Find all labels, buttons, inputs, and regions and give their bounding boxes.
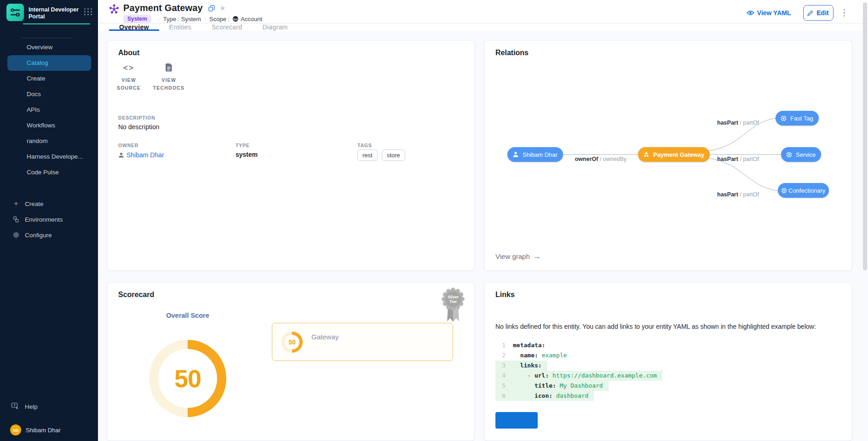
scope-value: Account	[241, 16, 262, 23]
code-line: 2 name: example	[495, 350, 662, 361]
portal-logo-icon	[6, 4, 24, 21]
help-chat-icon: ?	[11, 402, 20, 411]
vertical-scrollbar-thumb[interactable]	[863, 2, 867, 270]
code-line-highlighted: 3 links:	[495, 361, 662, 371]
tab-overview[interactable]: Overview	[109, 23, 159, 31]
code-line-highlighted: 5 title: My Dashboard	[495, 381, 662, 391]
relations-card: Relations ownerOf / ownedBy hasPart / pa…	[484, 40, 852, 271]
graph-node-fast-tag[interactable]: Fast Tag	[776, 111, 819, 126]
sidebar-action-create[interactable]: + Create	[0, 196, 98, 212]
sidebar-item-create[interactable]: Create	[7, 71, 91, 86]
pencil-icon	[807, 10, 813, 16]
app-root: Internal Developer Portal Overview Catal…	[0, 0, 868, 441]
edge-label-haspart-1: hasPart / partOf	[717, 120, 759, 126]
chip-icon	[781, 188, 787, 194]
code-line-highlighted: 4 - url: https://dashboard.example.com	[495, 371, 662, 381]
graph-node-owner[interactable]: Shibam Dhar	[507, 147, 563, 162]
page-title: Payment Gateway	[123, 3, 203, 13]
links-empty-text: No links defined for this entity. You ca…	[495, 323, 843, 330]
links-card: Links No links defined for this entity. …	[484, 282, 852, 441]
type-value: system	[236, 151, 258, 158]
sidebar-item-random[interactable]: random	[7, 133, 91, 149]
svg-text:?: ?	[13, 403, 16, 407]
sidebar-item-catalog[interactable]: Catalog	[7, 55, 91, 71]
graph-node-service[interactable]: Service	[781, 147, 821, 162]
header-actions: View YAML Edit	[747, 3, 848, 23]
tab-scorecard[interactable]: Scorecard	[201, 23, 253, 31]
code-icon: <>	[114, 62, 144, 73]
chip-icon	[781, 115, 787, 121]
copy-icon[interactable]	[208, 5, 215, 11]
view-graph-link[interactable]: View graph →	[495, 252, 541, 260]
help-button[interactable]: ? Help	[0, 399, 98, 414]
entity-header: Payment Gateway ★ System · Type : System…	[98, 0, 868, 23]
sidebar-item-harness-developer[interactable]: Harness Develope...	[7, 149, 91, 165]
edge-label-haspart-3: hasPart / partOf	[717, 191, 759, 198]
chip-icon	[786, 152, 792, 158]
graph-node-confectionary[interactable]: Confectionary	[778, 183, 829, 198]
overview-content: About <> VIEW SOURCE VIEW TECHDOCS	[98, 31, 868, 441]
person-icon	[118, 152, 124, 158]
account-scope-icon	[232, 16, 239, 22]
svg-text:Tier: Tier	[449, 299, 457, 304]
favorite-star-icon[interactable]: ★	[219, 5, 226, 12]
scorecard-gateway-card[interactable]: 50 Gateway	[272, 323, 453, 361]
scope-meta: Scope :	[209, 16, 230, 23]
svg-text:Silver: Silver	[448, 295, 459, 299]
sidebar: Internal Developer Portal Overview Catal…	[0, 0, 98, 441]
avatar: SD	[10, 424, 21, 435]
overall-score-value: 50	[174, 364, 201, 393]
sidebar-item-code-pulse[interactable]: Code Pulse	[7, 165, 91, 180]
view-yaml-button[interactable]: View YAML	[747, 9, 791, 17]
kind-badge: System	[123, 15, 151, 23]
tab-diagram[interactable]: Diagram	[253, 23, 298, 31]
description-value: No description	[118, 123, 160, 131]
overall-score-donut: 50	[149, 340, 226, 417]
view-source-button[interactable]: <> VIEW SOURCE	[114, 62, 144, 92]
edit-button[interactable]: Edit	[803, 5, 834, 21]
scorecard-heading: Scorecard	[118, 291, 154, 299]
tags-label: TAGS	[357, 143, 372, 148]
tag-chip[interactable]: rest	[357, 149, 378, 161]
entity-tabs: Overview Entities Scorecard Diagram	[98, 23, 868, 31]
gateway-score-name: Gateway	[311, 333, 339, 341]
code-line-highlighted: 6 icon: dashboard	[495, 391, 662, 401]
apps-grid-icon[interactable]	[84, 8, 92, 15]
system-entity-icon	[109, 4, 119, 23]
sidebar-item-workflows[interactable]: Workflows	[7, 118, 91, 133]
sidebar-action-environments[interactable]: Environments	[0, 212, 98, 227]
gateway-score-value: 50	[288, 338, 296, 346]
more-options-icon[interactable]	[841, 6, 848, 20]
user-name: Shibam Dhar	[26, 427, 61, 434]
system-shapes-icon	[643, 151, 650, 158]
gateway-score-donut: 50	[282, 332, 303, 353]
person-icon	[512, 151, 519, 158]
brand-divider	[23, 23, 90, 24]
portal-title: Internal Developer Portal	[29, 6, 79, 20]
overall-score-label: Overall Score	[149, 312, 226, 319]
about-card: About <> VIEW SOURCE VIEW TECHDOCS	[107, 40, 475, 271]
tab-entities[interactable]: Entities	[159, 23, 201, 31]
main-area: Payment Gateway ★ System · Type : System…	[98, 0, 868, 441]
gear-icon	[12, 231, 20, 239]
view-techdocs-button[interactable]: VIEW TECHDOCS	[148, 62, 190, 92]
tags-row: rest store	[357, 149, 405, 161]
scorecard-card: Scorecard Overall Score 50 50 Gateway	[107, 282, 475, 441]
entity-meta: System · Type : System · Scope : Account	[123, 15, 262, 23]
type-label: TYPE	[236, 143, 250, 148]
owner-label: OWNER	[118, 143, 138, 148]
arrow-right-icon: →	[533, 252, 541, 260]
sidebar-action-configure[interactable]: Configure	[0, 227, 98, 243]
user-menu[interactable]: SD Shibam Dhar	[0, 422, 98, 438]
sidebar-item-apis[interactable]: APIs	[7, 102, 91, 118]
tag-chip[interactable]: store	[382, 149, 405, 161]
title-block: Payment Gateway ★ System · Type : System…	[123, 3, 262, 23]
graph-node-payment-gateway[interactable]: Payment Gateway	[638, 147, 710, 162]
read-more-button[interactable]	[495, 412, 538, 429]
yaml-example-code: 1 metadata: 2 name: example 3	[495, 340, 662, 401]
plus-icon: +	[12, 200, 20, 208]
sidebar-item-docs[interactable]: Docs	[7, 86, 91, 102]
sidebar-nav: Overview Catalog Create Docs APIs Workfl…	[0, 40, 98, 180]
owner-link[interactable]: Shibam Dhar	[118, 151, 164, 159]
sidebar-item-overview[interactable]: Overview	[7, 40, 91, 55]
